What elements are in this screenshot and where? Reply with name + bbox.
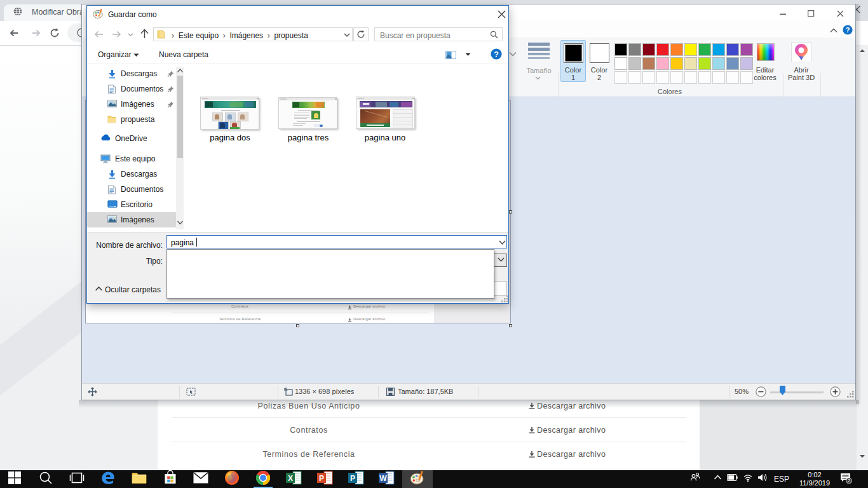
svg-text:?: ? (846, 26, 850, 34)
svg-text:X: X (288, 474, 293, 483)
svg-text:2: 2 (848, 478, 850, 484)
svg-text:?: ? (494, 50, 499, 59)
svg-text:W: W (379, 474, 387, 483)
svg-text:P: P (350, 474, 355, 483)
svg-text:P: P (319, 474, 324, 483)
